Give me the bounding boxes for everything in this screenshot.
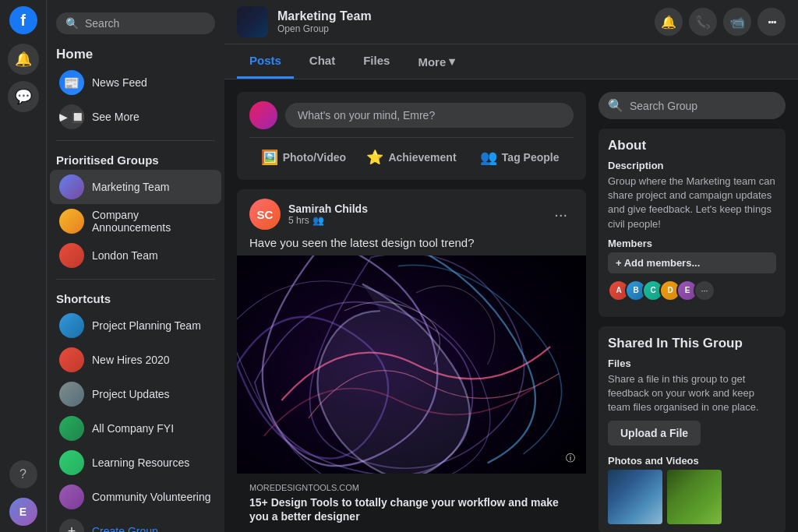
- achievement-icon: ⭐: [366, 149, 383, 166]
- user-avatar[interactable]: E: [9, 498, 37, 526]
- photo-thumb-1[interactable]: [608, 470, 662, 524]
- group-title-area: Marketing Team Open Group: [277, 9, 645, 34]
- achievement-label: Achievement: [388, 151, 456, 164]
- photos-row: [608, 470, 776, 524]
- prioritised-groups-heading: Prioritised Groups: [47, 147, 224, 170]
- create-group-label: Create Group: [92, 525, 158, 532]
- app-logo[interactable]: f: [9, 6, 37, 34]
- tag-people-label: Tag People: [502, 151, 560, 164]
- header-actions: 🔔 📞 📹 ···: [655, 8, 786, 36]
- composer-actions: 🖼️ Photo/Video ⭐ Achievement 👥 Tag Peopl…: [249, 137, 574, 171]
- tag-people-icon: 👥: [480, 149, 497, 166]
- about-title: About: [608, 138, 776, 153]
- news-feed-icon: 📰: [59, 70, 84, 95]
- right-search-icon: 🔍: [608, 98, 623, 113]
- video-button[interactable]: 📹: [723, 8, 751, 36]
- photo-video-button[interactable]: 🖼️ Photo/Video: [249, 144, 358, 171]
- right-sidebar: 🔍 About Description Group where the Mark…: [598, 92, 786, 532]
- learning-resources-label: Learning Resources: [92, 456, 189, 469]
- tab-more-chevron: ▾: [449, 55, 455, 69]
- create-group-plus-icon: +: [59, 519, 84, 532]
- sidebar-item-community-volunteering[interactable]: Community Volunteering: [50, 480, 221, 514]
- info-badge[interactable]: ⓘ: [561, 449, 580, 467]
- tab-more[interactable]: More ▾: [405, 45, 468, 78]
- help-btn[interactable]: ?: [9, 460, 37, 488]
- photos-videos-label: Photos and Videos: [608, 455, 776, 467]
- project-planning-label: Project Planning Team: [92, 319, 201, 332]
- description-text: Group where the Marketing team can share…: [608, 174, 776, 231]
- sidebar-item-see-more[interactable]: ▶ 🔲 See More: [50, 100, 221, 134]
- right-search-box[interactable]: 🔍: [598, 92, 786, 119]
- sidebar-item-learning-resources[interactable]: Learning Resources: [50, 446, 221, 480]
- composer-row: What's on your mind, Emre?: [249, 101, 574, 129]
- sidebar-search-box[interactable]: 🔍: [56, 12, 215, 34]
- tag-people-button[interactable]: 👥 Tag People: [465, 144, 574, 171]
- sidebar-item-project-planning-team[interactable]: Project Planning Team: [50, 308, 221, 343]
- community-volunteering-label: Community Volunteering: [92, 491, 211, 503]
- main-content: Marketing Team Open Group 🔔 📞 📹 ··· Post…: [224, 0, 798, 532]
- community-volunteering-icon: [59, 484, 84, 509]
- sidebar-item-marketing-team[interactable]: Marketing Team: [50, 170, 221, 204]
- project-updates-label: Project Updates: [92, 388, 170, 400]
- post-options-button[interactable]: ···: [548, 203, 574, 227]
- right-search-input[interactable]: [630, 100, 776, 112]
- composer-avatar: [249, 101, 277, 129]
- learning-resources-icon: [59, 450, 84, 475]
- sidebar-item-all-company-fyi[interactable]: All Company FYI: [50, 411, 221, 446]
- sidebar-search-input[interactable]: [85, 17, 206, 30]
- news-feed-label: News Feed: [92, 76, 147, 89]
- post-image: ⓘ: [237, 255, 586, 474]
- nav-bar: f 🔔 💬 ? E: [0, 0, 47, 532]
- all-company-fyi-label: All Company FYI: [92, 422, 174, 435]
- company-announcements-label: Company Announcements: [92, 209, 212, 234]
- messages-btn[interactable]: 💬: [8, 81, 39, 112]
- tab-posts[interactable]: Posts: [237, 44, 294, 79]
- group-tabs: Posts Chat Files More ▾: [224, 44, 798, 79]
- london-team-label: London Team: [92, 249, 158, 262]
- photo-video-label: Photo/Video: [283, 151, 346, 164]
- london-team-icon: [59, 243, 84, 268]
- post-friends-icon: 👥: [312, 215, 324, 226]
- link-preview: MOREDESIGNTOOLS.COM 15+ Design Tools to …: [237, 474, 586, 532]
- tab-chat[interactable]: Chat: [297, 44, 348, 79]
- more-members-button[interactable]: ···: [694, 280, 715, 301]
- shared-panel: Shared In This Group Files Share a file …: [598, 326, 786, 532]
- sidebar-item-news-feed[interactable]: 📰 News Feed: [50, 65, 221, 100]
- notifications-btn[interactable]: 🔔: [8, 44, 39, 75]
- new-hires-label: New Hires 2020: [92, 354, 170, 366]
- upload-file-button[interactable]: Upload a File: [608, 421, 701, 446]
- photo-thumb-2[interactable]: [667, 470, 722, 524]
- feed-wrapper: What's on your mind, Emre? 🖼️ Photo/Vide…: [224, 79, 798, 532]
- marketing-team-label: Marketing Team: [92, 181, 169, 193]
- feed-main: What's on your mind, Emre? 🖼️ Photo/Vide…: [237, 92, 586, 532]
- tab-files[interactable]: Files: [351, 44, 402, 79]
- post-body: Have you seen the latest design tool tre…: [237, 236, 586, 255]
- sidebar-item-project-updates[interactable]: Project Updates: [50, 377, 221, 411]
- create-group-button[interactable]: + Create Group: [50, 514, 221, 532]
- project-updates-icon: [59, 382, 84, 407]
- post-time: 5 hrs 👥: [288, 215, 540, 226]
- sidebar-item-new-hires-2020[interactable]: New Hires 2020: [50, 343, 221, 377]
- project-planning-icon: [59, 313, 84, 338]
- phone-button[interactable]: 📞: [689, 8, 717, 36]
- group-cover-icon: [237, 6, 268, 37]
- sidebar-item-london-team[interactable]: London Team: [50, 238, 221, 273]
- add-members-button[interactable]: + Add members...: [608, 252, 776, 273]
- composer-input[interactable]: What's on your mind, Emre?: [285, 103, 574, 128]
- post-card: SC Samirah Childs 5 hrs 👥 ··· Have you s…: [237, 189, 586, 532]
- add-members-label: + Add members...: [616, 257, 700, 269]
- member-avatars-row: A B C D E ···: [608, 280, 776, 301]
- post-author-avatar: SC: [249, 199, 281, 230]
- post-header: SC Samirah Childs 5 hrs 👥 ···: [237, 189, 586, 236]
- link-domain: MOREDESIGNTOOLS.COM: [249, 483, 574, 492]
- bell-button[interactable]: 🔔: [655, 8, 683, 36]
- sidebar-search-icon: 🔍: [65, 17, 79, 30]
- link-title: 15+ Design Tools to totally change your …: [249, 495, 574, 523]
- files-text: Share a file in this group to get feedba…: [608, 372, 776, 415]
- sidebar-item-company-announcements[interactable]: Company Announcements: [50, 204, 221, 238]
- achievement-button[interactable]: ⭐ Achievement: [358, 144, 466, 171]
- more-options-button[interactable]: ···: [757, 8, 786, 36]
- shared-title: Shared In This Group: [608, 336, 776, 351]
- members-label: Members: [608, 238, 776, 249]
- sidebar-divider-1: [56, 140, 215, 141]
